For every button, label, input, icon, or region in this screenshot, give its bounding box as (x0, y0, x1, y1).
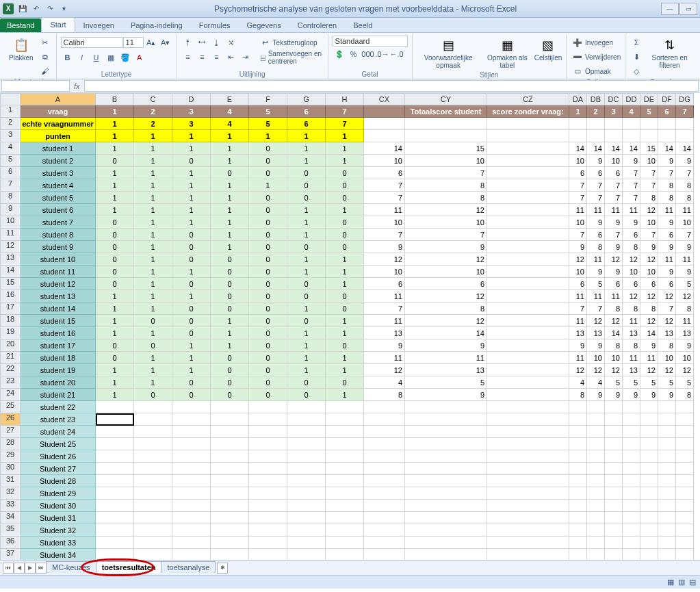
cell[interactable]: 12 (605, 253, 623, 266)
cell[interactable]: 10 (640, 216, 658, 229)
cell[interactable] (249, 401, 287, 413)
cell[interactable]: 0 (134, 339, 172, 352)
cell[interactable]: 5 (623, 376, 640, 389)
cell[interactable]: 1 (211, 216, 249, 229)
cell[interactable]: 9 (658, 266, 676, 278)
cell[interactable]: 10 (569, 266, 587, 278)
cell[interactable] (676, 524, 694, 537)
cell[interactable]: punten (21, 130, 96, 142)
cell[interactable] (211, 401, 249, 413)
cell[interactable] (487, 376, 569, 389)
cell[interactable]: 6 (605, 167, 623, 179)
cell[interactable] (605, 500, 623, 512)
cell[interactable]: 14 (623, 142, 640, 155)
row-header[interactable]: 27 (0, 426, 21, 438)
cell[interactable] (487, 487, 569, 500)
cell[interactable]: 10 (640, 155, 658, 167)
cell[interactable]: 11 (676, 253, 694, 266)
cell[interactable]: 1 (326, 130, 364, 142)
cell[interactable]: 9 (364, 339, 405, 352)
cell[interactable] (249, 438, 287, 450)
cell[interactable]: 1 (96, 290, 134, 303)
cell[interactable]: 8 (364, 389, 405, 401)
cell[interactable] (676, 130, 694, 142)
cell[interactable] (587, 463, 605, 475)
cell[interactable]: 13 (587, 327, 605, 339)
cell[interactable]: 6 (640, 278, 658, 290)
redo-icon[interactable]: ↷ (44, 3, 56, 15)
cell[interactable]: 7 (676, 167, 694, 179)
cell[interactable] (405, 438, 487, 450)
cell[interactable]: 12 (587, 315, 605, 327)
cell[interactable] (658, 487, 676, 500)
align-right-icon[interactable]: ≡ (210, 50, 224, 64)
cell[interactable] (605, 130, 623, 142)
cell[interactable]: 8 (676, 303, 694, 315)
cell[interactable]: 7 (605, 192, 623, 204)
cell[interactable]: 0 (249, 376, 287, 389)
cell[interactable]: 1 (134, 167, 172, 179)
column-header-E[interactable]: E (211, 93, 249, 105)
cell[interactable]: 0 (96, 278, 134, 290)
cell[interactable] (640, 118, 658, 130)
cell[interactable]: 1 (287, 364, 326, 376)
cell[interactable] (172, 500, 211, 512)
cell[interactable]: 8 (405, 303, 487, 315)
cell[interactable]: 14 (676, 142, 694, 155)
cell[interactable]: 11 (587, 204, 605, 216)
cell[interactable]: student 23 (21, 413, 96, 426)
cell[interactable]: 12 (658, 364, 676, 376)
row-header[interactable]: 34 (0, 512, 21, 524)
cell[interactable] (658, 426, 676, 438)
cell[interactable]: 3 (605, 105, 623, 118)
cell[interactable]: 1 (287, 155, 326, 167)
cell[interactable]: 1 (172, 179, 211, 192)
cell[interactable]: Totaalscore student (405, 105, 487, 118)
cell[interactable] (487, 278, 569, 290)
cell[interactable]: student 10 (21, 253, 96, 266)
cell[interactable]: 0 (326, 376, 364, 389)
cell[interactable]: 1 (569, 105, 587, 118)
cell[interactable] (587, 549, 605, 560)
cell[interactable]: 1 (96, 364, 134, 376)
cell[interactable]: 5 (587, 278, 605, 290)
cell[interactable]: Student 34 (21, 549, 96, 560)
cell[interactable]: 1 (134, 142, 172, 155)
cell[interactable]: 1 (96, 192, 134, 204)
cell[interactable]: 1 (211, 315, 249, 327)
cell[interactable]: 11 (364, 204, 405, 216)
row-header[interactable]: 31 (0, 475, 21, 487)
cell[interactable] (640, 130, 658, 142)
column-header-CZ[interactable]: CZ (487, 93, 569, 105)
cell[interactable]: 5 (405, 376, 487, 389)
cell[interactable]: 1 (211, 179, 249, 192)
cell[interactable]: 9 (405, 389, 487, 401)
cell[interactable] (487, 549, 569, 560)
cell[interactable]: 14 (587, 142, 605, 155)
cell[interactable] (640, 401, 658, 413)
cell[interactable]: Student 25 (21, 438, 96, 450)
row-header[interactable]: 22 (0, 364, 21, 376)
cell[interactable] (487, 450, 569, 463)
cell[interactable] (211, 487, 249, 500)
cell[interactable] (676, 475, 694, 487)
cell[interactable]: 7 (605, 179, 623, 192)
cell[interactable] (211, 413, 249, 426)
cell[interactable] (134, 512, 172, 524)
cell[interactable]: 10 (364, 216, 405, 229)
new-sheet-button[interactable]: ✱ (217, 563, 228, 574)
cell[interactable]: 1 (211, 142, 249, 155)
cell[interactable]: 0 (287, 389, 326, 401)
cell[interactable]: 4 (569, 376, 587, 389)
cell[interactable]: 5 (676, 278, 694, 290)
cell[interactable]: 0 (249, 167, 287, 179)
cell[interactable]: student 24 (21, 426, 96, 438)
cell[interactable]: 12 (623, 290, 640, 303)
cell[interactable] (569, 512, 587, 524)
cell[interactable] (211, 512, 249, 524)
cell[interactable]: 1 (134, 278, 172, 290)
cell[interactable]: 1 (134, 290, 172, 303)
cell[interactable]: 0 (249, 216, 287, 229)
cell[interactable]: 9 (623, 155, 640, 167)
cell[interactable]: 9 (658, 155, 676, 167)
